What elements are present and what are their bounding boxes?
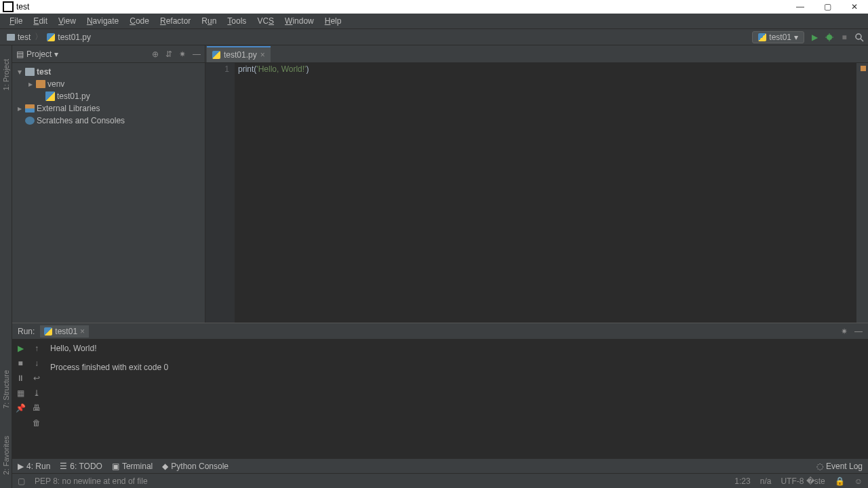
close-button[interactable]: ✕	[841, 0, 868, 14]
bottom-tab-event-log[interactable]: ◌Event Log	[816, 462, 863, 471]
tree-external-label: External Libraries	[37, 104, 100, 113]
maximize-button[interactable]: ▢	[814, 0, 841, 14]
bottom-tab-python-console[interactable]: ◆Python Console	[162, 462, 229, 471]
project-tool-button[interactable]: 1: Project	[2, 59, 10, 90]
expand-toggle-icon[interactable]: ▸	[16, 104, 23, 113]
tree-venv[interactable]: ▸ venv	[12, 78, 205, 90]
line-number: 1	[211, 64, 229, 74]
search-button[interactable]	[854, 33, 864, 42]
run-hide-icon[interactable]: —	[854, 327, 863, 336]
run-tab[interactable]: test01 ×	[40, 325, 89, 338]
window-controls: — ▢ ✕	[787, 0, 868, 14]
rerun-button[interactable]: ▶	[18, 344, 24, 353]
navigation-bar: test 〉 test01.py test01 ▾ ▶ ■	[0, 29, 868, 45]
bottom-tab-todo[interactable]: ☰6: TODO	[60, 462, 102, 471]
tab-close-icon[interactable]: ×	[80, 327, 85, 336]
breadcrumb-separator: 〉	[35, 31, 43, 43]
menu-edit[interactable]: Edit	[28, 15, 53, 27]
tree-external-libs[interactable]: ▸ External Libraries	[12, 102, 205, 115]
status-message: PEP 8: no newline at end of file	[35, 476, 148, 486]
pin-button[interactable]: 📌	[16, 403, 26, 413]
warning-marker-icon[interactable]	[861, 66, 866, 71]
editor-gutter: 1	[205, 63, 235, 323]
breadcrumb-file[interactable]: test01.py	[44, 33, 94, 42]
menu-help[interactable]: Help	[319, 15, 347, 27]
stop-button[interactable]: ■	[840, 33, 849, 42]
breadcrumb-file-label: test01.py	[58, 33, 91, 42]
settings-icon[interactable]: ✷	[179, 49, 186, 59]
structure-tool-button[interactable]: 7: Structure	[2, 370, 10, 409]
layout-button[interactable]: ▦	[17, 388, 24, 398]
minimize-button[interactable]: —	[787, 0, 814, 14]
folder-icon	[36, 80, 45, 88]
file-encoding[interactable]: UTF-8 �ste	[781, 476, 825, 486]
bottom-tab-terminal[interactable]: ▣Terminal	[112, 462, 153, 471]
menu-tools[interactable]: Tools	[222, 15, 252, 27]
caret-position[interactable]: 1:23	[734, 476, 750, 486]
editor-tab-test01[interactable]: test01.py ×	[207, 46, 271, 62]
tree-venv-label: venv	[47, 79, 64, 89]
breadcrumb-project[interactable]: test	[4, 33, 33, 42]
menu-view[interactable]: View	[53, 15, 81, 27]
expand-icon[interactable]: ⇵	[165, 49, 172, 59]
favorites-tool-button[interactable]: 2: Favorites	[2, 436, 10, 474]
project-tool-window: ▤ Project ▾ ⊕ ⇵ ✷ — ▾ test	[12, 45, 205, 323]
expand-toggle-icon[interactable]: ▸	[27, 79, 34, 89]
editor-tab-bar: test01.py ×	[205, 45, 868, 63]
up-stack-icon[interactable]: ↑	[35, 344, 39, 353]
python-icon	[44, 327, 52, 336]
svg-line-4	[861, 39, 863, 41]
menu-refactor[interactable]: Refactor	[155, 15, 196, 27]
menu-navigate[interactable]: Navigate	[81, 15, 124, 27]
menu-window[interactable]: Window	[279, 15, 319, 27]
python-icon: ◆	[162, 462, 168, 471]
project-panel-header: ▤ Project ▾ ⊕ ⇵ ✷ —	[12, 45, 205, 63]
soft-wrap-icon[interactable]: ↩	[33, 373, 40, 383]
tree-scratches[interactable]: Scratches and Consoles	[12, 115, 205, 127]
bottom-tab-run[interactable]: ▶4: Run	[18, 462, 50, 471]
inspections-icon[interactable]: ☺	[854, 476, 863, 486]
menu-vcs[interactable]: VCS	[252, 15, 279, 27]
code-editor[interactable]: 1 print('Hello, World!')	[205, 63, 868, 323]
hide-icon[interactable]: —	[193, 49, 201, 59]
terminal-icon: ▣	[112, 462, 119, 471]
clear-icon[interactable]: 🗑	[33, 418, 41, 428]
code-fn: print	[238, 64, 254, 74]
run-config-selector[interactable]: test01 ▾	[752, 31, 804, 43]
run-tool-window: Run: test01 × ✷ — ▶ ■ ⏸ ▦	[12, 323, 868, 458]
run-panel-body: ▶ ■ ⏸ ▦ 📌 ↑ ↓ ↩ ⤓ 🖶 🗑 Hello	[12, 340, 868, 458]
run-settings-icon[interactable]: ✷	[841, 327, 848, 336]
scratch-icon	[25, 117, 35, 125]
pause-button[interactable]: ⏸	[16, 373, 24, 383]
expand-toggle-icon[interactable]: ▾	[16, 67, 23, 77]
dropdown-icon: ▾	[794, 33, 798, 42]
python-file-icon	[45, 92, 55, 101]
project-panel-title: Project	[26, 49, 52, 59]
print-icon[interactable]: 🖶	[33, 403, 41, 413]
code-text[interactable]: print('Hello, World!')	[235, 63, 856, 323]
readonly-icon[interactable]: 🔒	[835, 476, 845, 486]
locate-icon[interactable]: ⊕	[152, 49, 159, 59]
app-icon	[3, 1, 14, 12]
menu-run[interactable]: Run	[196, 15, 222, 27]
run-console-output[interactable]: Hello, World! Process finished with exit…	[45, 340, 868, 458]
tree-file-test01[interactable]: test01.py	[12, 90, 205, 102]
insert-mode[interactable]: n/a	[760, 476, 772, 486]
tree-root[interactable]: ▾ test	[12, 66, 205, 78]
run-button[interactable]: ▶	[810, 33, 819, 42]
menu-code[interactable]: Code	[124, 15, 155, 27]
python-file-icon	[212, 51, 220, 59]
tree-root-label: test	[37, 67, 51, 77]
tab-close-icon[interactable]: ×	[260, 50, 265, 60]
bottom-tool-bar: ▶4: Run ☰6: TODO ▣Terminal ◆Python Conso…	[12, 458, 868, 473]
project-view-dropdown-icon[interactable]: ▾	[54, 49, 58, 59]
menu-file[interactable]: File	[4, 15, 28, 27]
stop-run-button[interactable]: ■	[18, 359, 22, 368]
toggle-tools-icon[interactable]: ▢	[18, 476, 25, 486]
scroll-end-icon[interactable]: ⤓	[33, 388, 40, 398]
folder-icon	[7, 34, 15, 41]
debug-button[interactable]	[825, 33, 834, 42]
run-tab-label: test01	[55, 327, 77, 336]
down-stack-icon[interactable]: ↓	[35, 359, 39, 368]
left-tool-gutter: 1: Project 7: Structure 2: Favorites	[0, 45, 12, 488]
